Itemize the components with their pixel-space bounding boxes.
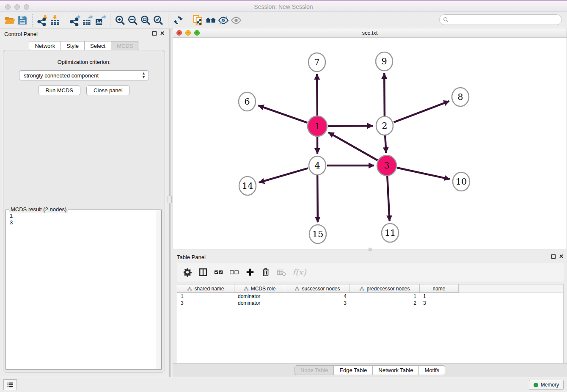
tab-network[interactable]: Network — [29, 41, 61, 51]
status-bar: Memory — [0, 377, 567, 392]
cell[interactable]: 3 — [420, 300, 459, 306]
search-input[interactable] — [450, 17, 561, 23]
zoom-fit-icon[interactable] — [139, 14, 152, 27]
cell[interactable]: 3 — [177, 300, 234, 306]
save-session-icon[interactable] — [16, 14, 29, 27]
add-row-icon[interactable] — [245, 268, 255, 277]
cell[interactable]: dominator — [234, 300, 285, 306]
column-header-shared-name[interactable]: shared name — [177, 284, 234, 293]
tab-network-table[interactable]: Network Table — [372, 365, 419, 375]
cell[interactable]: dominator — [234, 293, 285, 300]
show-all-icon[interactable] — [230, 14, 242, 27]
network-window-titlebar[interactable]: × – + scc.txt — [173, 28, 567, 38]
panel-divider-handle[interactable] — [168, 196, 172, 203]
toolbar-separator — [188, 14, 188, 27]
mcds-result-list[interactable]: 13 — [6, 210, 155, 369]
float-panel-icon[interactable] — [152, 31, 157, 36]
mcds-result-item: 1 — [10, 213, 152, 219]
edge-3-11[interactable] — [387, 176, 389, 221]
cell[interactable]: 4 — [285, 293, 350, 300]
cell[interactable]: 3 — [285, 300, 350, 306]
column-label: successor nodes — [302, 286, 340, 292]
open-session-icon[interactable] — [3, 14, 16, 27]
toolbar-separator — [110, 14, 110, 27]
hide-selected-icon[interactable] — [217, 14, 230, 27]
import-table-icon[interactable] — [49, 14, 61, 27]
zoom-out-icon[interactable] — [127, 14, 139, 27]
toolbar-separator — [32, 14, 33, 27]
close-panel-icon[interactable]: ✕ — [160, 31, 165, 36]
sort-icon — [244, 286, 249, 291]
tab-style[interactable]: Style — [61, 41, 85, 51]
run-mcds-button[interactable]: Run MCDS — [38, 86, 80, 95]
sort-icon — [359, 286, 364, 291]
cell[interactable]: 1 — [177, 293, 234, 300]
edge-4-14[interactable] — [259, 168, 308, 182]
edge-2-9[interactable] — [384, 73, 385, 116]
node-label-15: 15 — [312, 229, 324, 239]
edge-1-6[interactable] — [258, 105, 307, 123]
edge-4-15[interactable] — [317, 175, 318, 222]
node-label-2: 2 — [382, 121, 387, 131]
tab-motifs[interactable]: Motifs — [418, 365, 445, 375]
edge-1-2[interactable] — [328, 126, 373, 126]
cell[interactable]: 1 — [350, 293, 420, 300]
table-row[interactable]: 1dominator411 — [177, 293, 563, 300]
task-history-button[interactable] — [3, 379, 17, 390]
search-box[interactable] — [439, 14, 562, 25]
export-table-icon[interactable] — [81, 14, 94, 27]
show-columns-icon[interactable] — [198, 268, 208, 277]
cell[interactable]: 2 — [350, 300, 420, 306]
close-table-panel-icon[interactable]: ✕ — [559, 254, 564, 259]
close-panel-button[interactable]: Close panel — [86, 86, 130, 95]
tab-mcds[interactable]: MCDS — [111, 41, 139, 51]
edge-3-10[interactable] — [397, 168, 449, 179]
delete-row-icon[interactable] — [261, 268, 270, 277]
column-label: shared name — [194, 286, 224, 292]
settings-gear-icon[interactable] — [183, 268, 192, 277]
column-label: MCDS role — [251, 286, 276, 292]
table-header-row: shared nameMCDS rolesuccessor nodesprede… — [177, 284, 563, 293]
window-resize-handle[interactable] — [369, 248, 372, 251]
edge-2-3[interactable] — [385, 135, 386, 153]
node-label-4: 4 — [314, 160, 320, 171]
function-builder-icon: f(x) — [292, 268, 306, 277]
node-label-11: 11 — [385, 228, 396, 238]
tab-edge-table[interactable]: Edge Table — [333, 365, 373, 375]
edge-1-7[interactable] — [317, 74, 317, 116]
edge-2-8[interactable] — [394, 101, 449, 122]
network-from-selection-icon[interactable] — [192, 14, 204, 27]
import-network-icon[interactable] — [36, 14, 49, 27]
mcds-result-group: MCDS result (2 nodes) 13 — [6, 210, 162, 370]
select-stepper-icon: ▲▼ — [142, 72, 146, 79]
float-table-panel-icon[interactable] — [551, 254, 556, 259]
zoom-selected-icon[interactable] — [152, 14, 165, 27]
edge-3-1[interactable] — [328, 133, 377, 160]
table-row[interactable]: 3dominator323 — [177, 300, 563, 306]
column-header-MCDS-role[interactable]: MCDS role — [234, 284, 285, 293]
select-first-neighbors-icon[interactable] — [204, 14, 217, 27]
main-toolbar — [0, 12, 567, 29]
export-network-icon[interactable] — [69, 14, 81, 27]
graph-canvas[interactable]: 7968124314101511 — [173, 38, 567, 249]
memory-button[interactable]: Memory — [529, 380, 564, 390]
column-header-successor-nodes[interactable]: successor nodes — [285, 284, 350, 293]
export-image-icon[interactable] — [94, 14, 107, 27]
node-table[interactable]: shared nameMCDS rolesuccessor nodesprede… — [177, 284, 564, 363]
memory-status-icon — [534, 383, 538, 387]
zoom-in-icon[interactable] — [114, 14, 127, 27]
network-canvas[interactable]: 7968124314101511 — [173, 38, 567, 249]
select-all-icon[interactable] — [214, 268, 223, 277]
tab-node-table[interactable]: Node Table — [295, 365, 334, 375]
tab-select[interactable]: Select — [84, 41, 111, 51]
cell[interactable]: 1 — [420, 293, 459, 300]
optimization-criterion-select[interactable]: strongly connected component ▲▼ — [19, 70, 149, 80]
column-header-name[interactable]: name — [420, 284, 459, 293]
node-label-1: 1 — [314, 121, 320, 131]
column-label: predecessor nodes — [366, 286, 410, 292]
result-scrollbar[interactable] — [156, 210, 161, 369]
deselect-all-icon[interactable] — [230, 268, 239, 277]
refresh-icon[interactable] — [172, 14, 184, 27]
column-header-predecessor-nodes[interactable]: predecessor nodes — [350, 284, 420, 293]
sort-icon — [187, 286, 192, 291]
